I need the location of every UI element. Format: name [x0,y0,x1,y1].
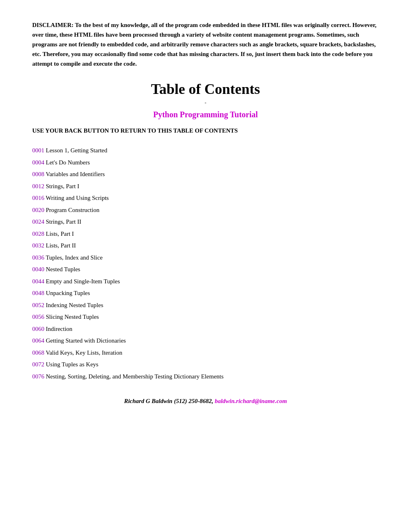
lesson-link[interactable]: 0052 [32,302,44,308]
lesson-label: Nested Tuples [44,266,80,272]
lesson-label: Getting Started with Dictionaries [44,337,126,344]
disclaimer-text: DISCLAIMER: To the best of my knowledge,… [32,20,379,69]
author-info: Richard G Baldwin (512) 250-8682, baldwi… [32,398,379,405]
lesson-link[interactable]: 0036 [32,254,44,261]
lesson-link[interactable]: 0004 [32,159,44,166]
lesson-label: Let's Do Numbers [44,159,90,166]
list-item: 0004 Let's Do Numbers [32,158,379,168]
lesson-link[interactable]: 0044 [32,278,44,285]
list-item: 0020 Program Construction [32,205,379,216]
list-item: 0016 Writing and Using Scripts [32,193,379,204]
lesson-link[interactable]: 0028 [32,231,44,237]
list-item: 0072 Using Tuples as Keys [32,360,379,370]
lesson-label: Indexing Nested Tuples [44,302,103,308]
lesson-label: Tuples, Index and Slice [44,254,103,261]
list-item: 0040 Nested Tuples [32,264,379,275]
list-item: 0028 Lists, Part I [32,229,379,239]
list-item: 0068 Valid Keys, Key Lists, Iteration [32,348,379,358]
lesson-link[interactable]: 0060 [32,326,44,332]
lesson-label: Valid Keys, Key Lists, Iteration [44,349,122,356]
list-item: 0052 Indexing Nested Tuples [32,300,379,311]
lesson-link[interactable]: 0012 [32,183,44,189]
lesson-link[interactable]: 0008 [32,171,44,177]
lesson-link[interactable]: 0032 [32,242,44,249]
lesson-link[interactable]: 0068 [32,349,44,356]
list-item: 0056 Slicing Nested Tuples [32,312,379,322]
lesson-label: Writing and Using Scripts [44,195,109,201]
lesson-label: Variables and Identifiers [44,171,105,177]
lesson-link[interactable]: 0064 [32,337,44,344]
list-item: 0076 Nesting, Sorting, Deleting, and Mem… [32,372,379,382]
lesson-label: Nesting, Sorting, Deleting, and Membersh… [44,373,224,380]
lesson-label: Lists, Part I [44,231,74,237]
lesson-label: Indirection [44,326,73,332]
list-item: 0048 Unpacking Tuples [32,288,379,299]
list-item: 0032 Lists, Part II [32,241,379,251]
lesson-link[interactable]: 0048 [32,290,44,296]
list-item: 0036 Tuples, Index and Slice [32,253,379,263]
lesson-label: Using Tuples as Keys [44,361,98,368]
list-item: 0064 Getting Started with Dictionaries [32,336,379,346]
lesson-link[interactable]: 0072 [32,361,44,368]
lesson-link[interactable]: 0056 [32,314,44,320]
toc-title: Table of Contents [32,81,379,98]
lesson-label: Slicing Nested Tuples [44,314,99,320]
lesson-label: Empty and Single-Item Tuples [44,278,120,285]
list-item: 0008 Variables and Identifiers [32,169,379,180]
lesson-link[interactable]: 0024 [32,218,44,225]
lesson-link[interactable]: 0001 [32,147,44,154]
lesson-label: Unpacking Tuples [44,290,90,296]
lesson-link[interactable]: 0040 [32,266,44,272]
lesson-label: Strings, Part II [44,218,81,225]
list-item: 0060 Indirection [32,324,379,335]
lesson-link[interactable]: 0020 [32,207,44,213]
toc-list: 0001 Lesson 1, Getting Started0004 Let's… [32,145,379,382]
lesson-label: Program Construction [44,207,100,213]
lesson-link[interactable]: 0076 [32,373,44,380]
lesson-label: Lesson 1, Getting Started [44,147,107,154]
list-item: 0001 Lesson 1, Getting Started [32,145,379,156]
list-item: 0024 Strings, Part II [32,217,379,227]
lesson-link[interactable]: 0016 [32,195,44,201]
lesson-label: Strings, Part I [44,183,79,189]
back-button-note: USE YOUR BACK BUTTON TO RETURN TO THIS T… [32,127,379,134]
toc-anchor[interactable]: - [32,100,379,106]
list-item: 0012 Strings, Part I [32,181,379,192]
lesson-label: Lists, Part II [44,242,76,249]
author-email-link[interactable]: baldwin.richard@iname.com [215,398,287,404]
list-item: 0044 Empty and Single-Item Tuples [32,276,379,287]
tutorial-title: Python Programming Tutorial [32,110,379,119]
